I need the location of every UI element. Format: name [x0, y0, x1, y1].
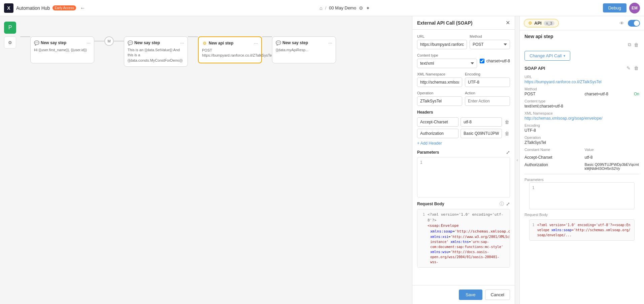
xml-attr-wsu: xmlns:wsu='http://docs.oasis-open.org/ws…: [430, 249, 507, 265]
app-logo: X: [4, 3, 13, 13]
change-api-button[interactable]: Change API Call ▾: [524, 51, 570, 61]
node4-menu[interactable]: ···: [328, 40, 332, 45]
soap-charset-label: [585, 87, 640, 91]
authorization-row: Authorization Basic Q09NTUJPWDp3bEVqcmtk…: [524, 162, 639, 171]
params-expand-button[interactable]: ⤢: [506, 150, 510, 155]
save-button[interactable]: Save: [459, 290, 482, 300]
soap-delete-button[interactable]: 🗑: [633, 65, 639, 71]
method-select[interactable]: POSTGETPUTDELETE: [470, 40, 510, 49]
node4-header: 💬 New say step ···: [276, 40, 332, 45]
header-key-2[interactable]: [417, 129, 459, 138]
code-line-5: xmlns:wsu='http://docs.oasis-open.org/ws…: [420, 249, 507, 265]
operation-input[interactable]: [417, 96, 462, 106]
api-icon-3: ⚙: [202, 40, 207, 46]
request-body-expand-button[interactable]: ⤢: [506, 201, 510, 207]
url-input[interactable]: [417, 40, 467, 49]
node4-title: New say step: [282, 40, 328, 45]
encoding-label: Encoding: [465, 72, 510, 76]
code-line-1: 1 <?xml version='1.0' encoding='utf-8'?>: [420, 212, 507, 223]
breadcrumb: ⌂ / 00 May Demo ⚙ ✦: [90, 5, 600, 11]
collapse-handle[interactable]: ‹: [515, 16, 519, 304]
content-type-label: Content type: [417, 53, 510, 57]
panel-close-button[interactable]: ✕: [506, 20, 510, 26]
node3-title: New api step: [209, 41, 254, 45]
home-icon[interactable]: ⌂: [319, 5, 322, 11]
flow-node-4[interactable]: 💬 New say step ··· {{data.myApiResp...: [272, 36, 336, 63]
toggle-switch[interactable]: [628, 20, 640, 27]
delete-header-1[interactable]: 🗑: [504, 119, 510, 125]
action-input[interactable]: [465, 96, 510, 106]
canvas-settings-button[interactable]: ⚙: [4, 36, 16, 49]
soap-operation-label: Operation: [524, 135, 639, 140]
early-access-badge: Early Access: [53, 5, 76, 10]
header-key-1[interactable]: [417, 117, 459, 127]
node2-menu[interactable]: ···: [180, 40, 184, 45]
charset-label: charset=utf-8: [486, 59, 510, 63]
xml-code-area[interactable]: 1 <?xml version='1.0' encoding='utf-8'?>…: [417, 209, 510, 267]
accept-charset-value: utf-8: [585, 155, 640, 160]
flow-node-3[interactable]: ⚙ New api step ··· POST https://bumpyard…: [198, 36, 262, 63]
soap-encoding-field: Encoding UTF-8: [524, 123, 639, 133]
params-line-num: 1: [420, 160, 422, 165]
constant-name-label: Constant Name: [524, 148, 579, 152]
parameters-section: Parameters ⤢: [417, 150, 510, 155]
delete-header-2[interactable]: 🗑: [504, 130, 510, 137]
cancel-button[interactable]: Cancel: [485, 290, 510, 300]
soap-content-type-field: Content type text/xml;charset=utf-8: [524, 99, 639, 109]
header-val-2[interactable]: [461, 129, 502, 138]
encoding-input[interactable]: [465, 78, 510, 87]
frp-params-area[interactable]: 1: [529, 182, 635, 209]
url-label: URL: [417, 34, 467, 38]
header-row-2: 🗑: [417, 129, 510, 138]
header-row-1: 🗑: [417, 117, 510, 127]
soap-edit-icons: ✎ 🗑: [626, 65, 639, 71]
method-field-group: Method POSTGETPUTDELETE: [470, 34, 510, 49]
namespace-input[interactable]: [417, 78, 462, 87]
expand-icon[interactable]: ✦: [366, 5, 370, 11]
frp-delete-button[interactable]: 🗑: [633, 41, 639, 48]
topbar: X Automation Hub Early Access ← ⌂ / 00 M…: [0, 0, 644, 16]
node3-body: POST https://bumpyard.ranforce.co.il/ZTa…: [202, 48, 258, 58]
frp-rb-code: <?xml version='1.0' encoding='utf-8'?><s…: [537, 222, 632, 238]
constant-name-col: Constant Name: [524, 148, 579, 152]
add-header-button[interactable]: + Add Header: [417, 140, 442, 146]
request-body-title: Request Body: [417, 202, 444, 206]
namespace-encoding-row: XML Namespace Encoding: [417, 72, 510, 87]
xml-attr-soap: xmlns:soap='http://schemas.xmlsoap.org/s…: [430, 229, 510, 235]
operation-label: Operation: [417, 91, 462, 95]
on-badge: On: [634, 92, 639, 96]
value-label: Value: [585, 148, 640, 152]
frp-copy-button[interactable]: ⧉: [627, 41, 632, 48]
charset-checkbox[interactable]: [480, 59, 484, 63]
flow-node-1[interactable]: 💬 New say step ··· Hi {{user.first_name}…: [30, 36, 94, 63]
debug-button[interactable]: Debug: [603, 3, 626, 12]
parameters-title: Parameters: [417, 150, 439, 155]
flow-node-2[interactable]: 💬 New say step ··· This is an {{data.Set…: [124, 36, 188, 67]
action-group: Action: [465, 91, 510, 106]
say-icon-1: 💬: [34, 40, 39, 45]
namespace-label: XML Namespace: [417, 72, 462, 76]
node3-menu[interactable]: ···: [254, 40, 258, 46]
avatar: EM: [629, 3, 640, 13]
frp-actions-row: ⧉ 🗑: [520, 41, 644, 51]
node3-header: ⚙ New api step ···: [202, 40, 258, 46]
settings-icon[interactable]: ⚙: [359, 5, 363, 11]
frp-code-area[interactable]: 1 <?xml version='1.0' encoding='utf-8'?>…: [529, 219, 635, 241]
node1-menu[interactable]: ···: [87, 40, 91, 45]
frp-request-body-label: Request Body: [524, 213, 639, 217]
soap-section: SOAP API ✎ 🗑 URL https://bumpyard.ranfor…: [520, 65, 644, 241]
external-api-panel: External API Call (SOAP) ✕ URL Method PO…: [412, 16, 515, 304]
content-type-select[interactable]: text/xml application/json: [417, 59, 477, 68]
back-button[interactable]: ←: [79, 4, 87, 12]
frp-view-button[interactable]: 👁: [618, 20, 625, 27]
authorization-val: Basic Q09NTUJPWDp3bEVqcmtkMjNldHI3OH5nS2…: [585, 162, 640, 171]
header-val-1[interactable]: [461, 117, 502, 127]
canvas: P ⚙ 💬 New say step ··· Hi {{user.first_n…: [0, 16, 412, 304]
soap-edit-button[interactable]: ✎: [626, 65, 631, 71]
add-node-button[interactable]: P: [4, 22, 16, 34]
frp-header-actions: 👁: [618, 20, 640, 27]
params-area[interactable]: 1: [417, 157, 510, 197]
start-connector: [20, 36, 30, 37]
soap-content-type-value: text/xml;charset=utf-8: [524, 104, 639, 109]
accept-charset-key: Accept-Charset: [524, 155, 579, 160]
